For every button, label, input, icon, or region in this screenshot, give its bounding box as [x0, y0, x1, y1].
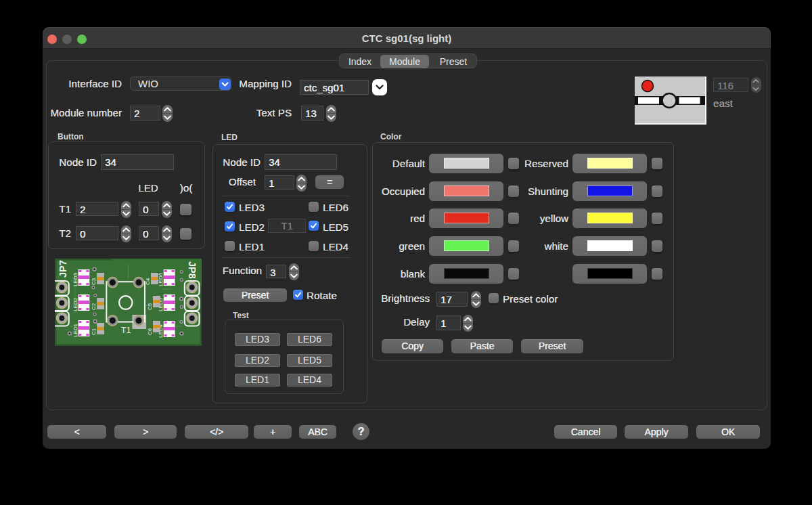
svg-text:T1: T1 — [121, 325, 131, 335]
svg-text:JP7: JP7 — [58, 260, 68, 278]
svg-text:LED2: LED2 — [72, 297, 78, 311]
svg-text:C6: C6 — [147, 328, 153, 335]
svg-text:LED3: LED3 — [72, 272, 78, 286]
svg-text:LED6: LED6 — [158, 272, 164, 286]
svg-text:C3: C3 — [91, 278, 97, 285]
svg-text:C2: C2 — [91, 303, 97, 310]
svg-text:C4: C4 — [145, 278, 151, 285]
svg-text:C1: C1 — [91, 328, 97, 335]
svg-text:C5: C5 — [147, 303, 153, 310]
svg-text:LED1: LED1 — [72, 323, 78, 337]
svg-text:JP8: JP8 — [187, 261, 198, 279]
